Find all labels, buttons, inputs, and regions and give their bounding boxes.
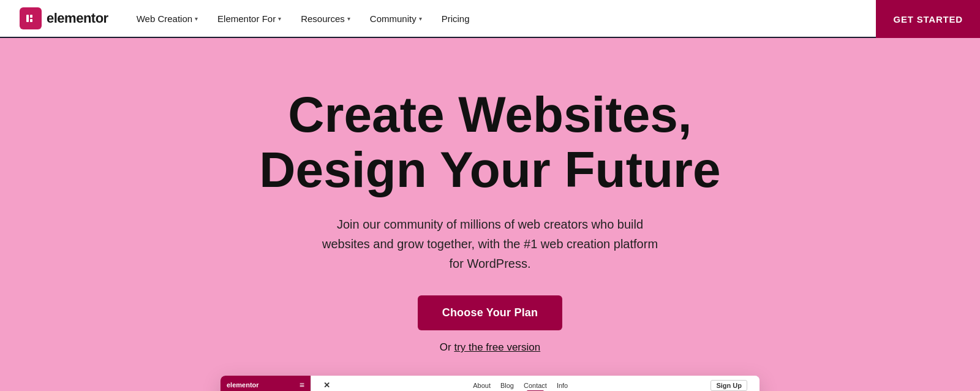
editor-logo: elementor [227,381,259,389]
preview-nav-blog[interactable]: Blog [500,382,514,389]
svg-rect-2 [30,19,32,22]
editor-topbar: elementor ≡ [221,376,311,391]
nav-item-web-creation[interactable]: Web Creation ▾ [128,9,206,29]
logo[interactable]: elementor [20,7,108,29]
nav-label: Elementor For [217,13,276,24]
preview-nav-about[interactable]: About [473,382,491,389]
free-version-link[interactable]: try the free version [454,341,540,353]
editor-panel: elementor ≡ ELEMENTS GLOBAL 🔍 Search Wid… [221,376,311,391]
nav-label: Pricing [442,13,470,24]
sub-link-prefix: Or [440,341,454,353]
preview-nav-contact[interactable]: Contact [524,382,547,389]
logo-text: elementor [47,10,108,26]
hero-title-line1: Create Websites, [288,86,692,142]
nav-item-resources[interactable]: Resources ▾ [292,9,359,29]
nav-label: Community [370,13,417,24]
preview-logo: ✕ [323,381,330,390]
nav-item-elementor-for[interactable]: Elementor For ▾ [209,9,290,29]
chevron-down-icon: ▾ [347,15,350,22]
nav-right: LOGIN GET STARTED [910,9,960,29]
preview-nav-info[interactable]: Info [557,382,568,389]
nav-item-pricing[interactable]: Pricing [433,9,478,29]
choose-plan-button[interactable]: Choose Your Plan [418,295,563,330]
editor-preview: elementor ≡ ELEMENTS GLOBAL 🔍 Search Wid… [221,376,760,391]
nav-item-community[interactable]: Community ▾ [361,9,431,29]
nav-label: Resources [301,13,345,24]
preview-nav-cta[interactable]: Sign Up [710,380,747,391]
hero-section: Create Websites, Design Your Future Join… [0,38,980,391]
logo-icon [20,7,42,29]
editor-menu-icon: ≡ [300,380,304,390]
hero-title: Create Websites, Design Your Future [259,87,720,197]
chevron-down-icon: ▾ [195,15,198,22]
preview-nav-links: About Blog Contact Info [473,382,568,389]
preview-navbar: ✕ About Blog Contact Info Sign Up [311,376,760,391]
free-version-link-container: Or try the free version [440,341,540,354]
chevron-down-icon: ▾ [278,15,281,22]
svg-rect-0 [26,15,29,22]
navbar: elementor Web Creation ▾ Elementor For ▾… [0,0,980,38]
hero-subtitle: Join our community of millions of web cr… [318,214,662,273]
svg-rect-1 [30,15,32,18]
site-preview: ✕ ✕ About Blog Contact Info Sign Up NEW … [311,376,760,391]
nav-label: Web Creation [137,13,192,24]
chevron-down-icon: ▾ [419,15,422,22]
hero-title-line2: Design Your Future [259,142,720,197]
get-started-button[interactable]: GET STARTED [876,0,980,38]
nav-links: Web Creation ▾ Elementor For ▾ Resources… [128,9,910,29]
